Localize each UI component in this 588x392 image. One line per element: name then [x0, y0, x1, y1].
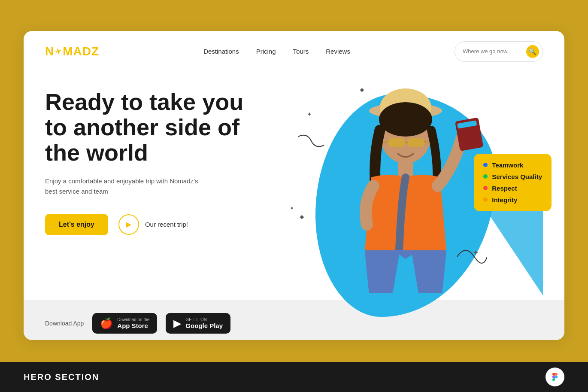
outer-wrapper: N ✈ MADZ Destinations Pricing Tours Revi…	[0, 0, 588, 362]
info-card-item-services: Services Quality	[483, 173, 542, 180]
hero-title: Ready to take you to another side of the…	[45, 89, 260, 166]
hero-subtitle: Enjoy a comfortable and enjoyable trip w…	[45, 176, 204, 197]
star-icon-5: ✦	[290, 205, 294, 211]
search-input[interactable]	[463, 48, 523, 55]
hero-left: Ready to take you to another side of the…	[45, 81, 260, 261]
info-label-respect: Respect	[492, 185, 517, 192]
nav-item-reviews[interactable]: Reviews	[326, 48, 350, 55]
hero-content: Ready to take you to another side of the…	[24, 72, 564, 340]
svg-rect-4	[388, 138, 405, 147]
nav-link-destinations[interactable]: Destinations	[203, 48, 239, 55]
appstore-main: App Store	[117, 322, 149, 329]
appstore-text: Download on the App Store	[117, 317, 149, 329]
googleplay-icon: ▶	[173, 317, 181, 329]
search-icon: 🔍	[529, 48, 536, 55]
googleplay-main: Google Play	[185, 322, 223, 329]
search-button[interactable]: 🔍	[526, 45, 539, 58]
svg-rect-5	[408, 138, 424, 147]
download-label: Download App	[45, 320, 84, 327]
info-card: Teamwork Services Quality Respect Integr…	[474, 154, 552, 211]
bottom-bar: HERO SECTION	[0, 362, 588, 392]
video-button-label: Our recent trip!	[145, 221, 188, 228]
info-card-item-respect: Respect	[483, 185, 542, 192]
googleplay-text: GET IT ON Google Play	[185, 317, 223, 329]
dot-blue	[483, 163, 488, 167]
hero-right: ✦ ✦ ✦ ✦ ✦	[273, 68, 564, 340]
star-icon-3: ✦	[298, 212, 306, 222]
cta-button[interactable]: Let's enjoy	[45, 214, 108, 235]
dot-green	[483, 174, 488, 179]
googleplay-badge[interactable]: ▶ GET IT ON Google Play	[166, 313, 230, 334]
person-image	[324, 68, 487, 295]
search-bar: 🔍	[455, 41, 543, 62]
googleplay-sub: GET IT ON	[185, 317, 223, 322]
svg-point-3	[379, 102, 432, 137]
info-label-teamwork: Teamwork	[492, 161, 523, 169]
info-label-integrity: Integrity	[492, 196, 517, 204]
navbar: N ✈ MADZ Destinations Pricing Tours Revi…	[24, 31, 564, 72]
nav-link-pricing[interactable]: Pricing	[256, 48, 276, 55]
hero-buttons: Let's enjoy ▶ Our recent trip!	[45, 214, 260, 235]
appstore-sub: Download on the	[117, 317, 149, 322]
nav-item-tours[interactable]: Tours	[293, 48, 309, 55]
info-label-services: Services Quality	[492, 173, 542, 180]
info-card-item-teamwork: Teamwork	[483, 161, 542, 169]
video-button[interactable]: ▶ Our recent trip!	[118, 214, 188, 235]
info-card-item-integrity: Integrity	[483, 196, 542, 204]
figma-icon[interactable]	[546, 368, 564, 386]
nav-link-tours[interactable]: Tours	[293, 48, 309, 55]
nav-link-reviews[interactable]: Reviews	[326, 48, 350, 55]
dot-red	[483, 186, 488, 190]
person-svg	[328, 70, 483, 293]
appstore-badge[interactable]: 🍎 Download on the App Store	[92, 313, 157, 334]
logo-plane-icon: ✈	[54, 46, 63, 57]
squiggle-1	[294, 132, 328, 167]
dot-orange	[483, 198, 488, 202]
logo[interactable]: N ✈ MADZ	[45, 45, 99, 58]
nav-links: Destinations Pricing Tours Reviews	[203, 48, 350, 55]
nav-item-destinations[interactable]: Destinations	[203, 48, 239, 55]
play-icon: ▶	[118, 214, 139, 235]
star-icon-2: ✦	[307, 111, 312, 118]
apple-icon: 🍎	[100, 317, 113, 329]
logo-text-n: N	[45, 45, 54, 58]
main-card: N ✈ MADZ Destinations Pricing Tours Revi…	[24, 31, 564, 340]
figma-logo	[550, 372, 560, 382]
bottom-bar-title: HERO SECTION	[24, 372, 99, 382]
logo-text-madz: MADZ	[63, 45, 99, 58]
nav-item-pricing[interactable]: Pricing	[256, 48, 276, 55]
